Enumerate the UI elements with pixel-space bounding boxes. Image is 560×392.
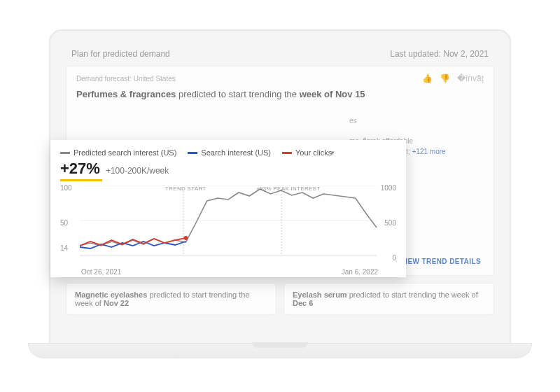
chart-card: Predicted search interest (US) Search in… [50,140,406,277]
panel-title: Plan for predicted demand [71,49,170,59]
x-end: Jan 6, 2022 [342,268,378,276]
bc2-bold: Eyelash serum [293,290,347,299]
headline-category: Perfumes & fragrances [76,89,176,99]
bc1-date: Nov 22 [104,299,129,307]
panel-header: Plan for predicted demand Last updated: … [66,46,494,66]
legend-clicks[interactable]: Your clicks ▾ [282,148,335,157]
panel-updated: Last updated: Nov 2, 2021 [390,49,489,59]
legend-predicted[interactable]: Predicted search interest (US) [60,148,176,157]
metric-underline [60,179,102,181]
headline-week: week of Nov 15 [300,89,365,99]
legend-swatch-grey [60,152,70,154]
headline-metric: +27% +100-200K/week [60,160,396,178]
legend-swatch-red [282,152,292,154]
legend-swatch-blue [188,152,197,154]
legend-clicks-label: Your clicks [295,148,332,157]
tag-more-link[interactable]: +121 more [412,148,446,155]
legend-predicted-label: Predicted search interest (US) [74,148,176,157]
chevron-down-icon[interactable]: ▾ [331,149,335,156]
svg-point-5 [183,236,188,240]
pct-value: +27% [60,160,100,178]
feedback-icons: 👍 👎 �învăț [422,74,484,83]
x-start: Oct 26, 2021 [81,268,121,276]
card-headline: Perfumes & fragrances predicted to start… [76,89,484,99]
dismiss-icon[interactable]: �învăț [457,74,484,83]
forecast-region: Demand forecast: United States [76,75,176,83]
chart-svg [60,186,396,262]
bottom-card-1[interactable]: Magnetic eyelashes predicted to start tr… [66,283,276,315]
chart-plot: 100 50 14 1000 500 0 TREND START +93% PE… [60,186,396,268]
view-trend-details-button[interactable]: VIEW TREND DETAILS [400,258,481,265]
range-value: +100-200K/week [106,166,169,176]
legend-search-label: Search interest (US) [201,148,271,157]
headline-middle: predicted to start trending the [176,89,299,99]
x-axis-labels: Oct 26, 2021 Jan 6, 2022 [60,268,396,276]
tag-side-label: es [349,115,482,126]
bc2-date: Dec 6 [293,299,313,307]
chart-legend: Predicted search interest (US) Search in… [60,148,396,157]
bottom-card-2[interactable]: Eyelash serum predicted to start trendin… [284,283,494,315]
legend-search[interactable]: Search interest (US) [188,148,271,157]
laptop-notch [252,342,308,348]
thumbs-down-icon[interactable]: 👎 [440,74,450,83]
bc1-bold: Magnetic eyelashes [75,290,147,299]
thumbs-up-icon[interactable]: 👍 [422,74,433,83]
bottom-cards: Magnetic eyelashes predicted to start tr… [66,283,494,315]
bc2-rest: predicted to start trending the week of [347,290,478,299]
